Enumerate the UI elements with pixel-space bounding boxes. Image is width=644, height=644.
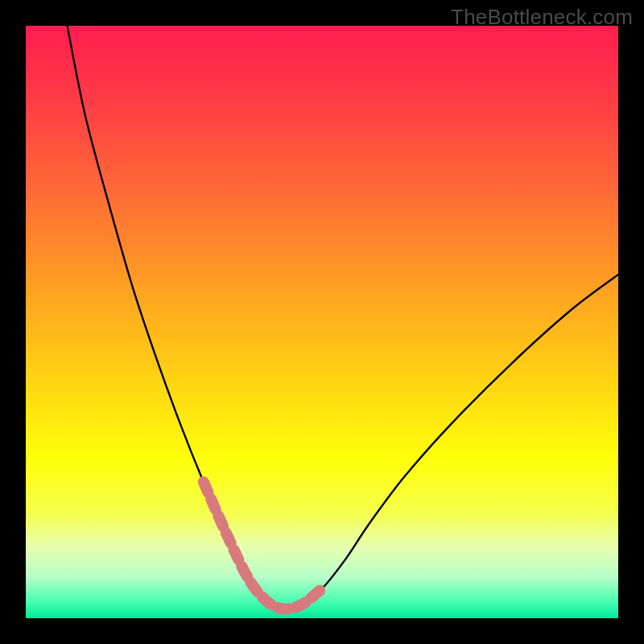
outer-black-frame: TheBottleneck.com [0, 0, 644, 644]
plot-area [26, 26, 618, 618]
bottleneck-curve-optimal-highlight [204, 482, 322, 609]
bottleneck-curve [68, 26, 618, 609]
watermark-text: TheBottleneck.com [451, 5, 633, 30]
curve-layer [26, 26, 618, 618]
